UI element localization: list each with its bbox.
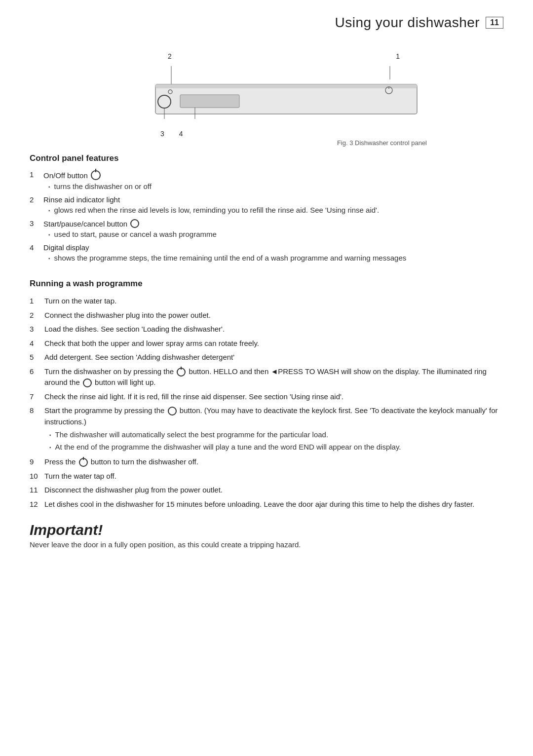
wash-step-11: 11 Disconnect the dishwasher plug from t…	[30, 485, 503, 496]
wash-programme-heading: Running a wash programme	[30, 279, 503, 289]
bullet-text: The dishwasher will automatically select…	[55, 429, 329, 441]
step-num-9: 9	[30, 456, 44, 468]
feature-num-3: 3	[30, 219, 43, 227]
step-text-4: Check that both the upper and lower spra…	[44, 339, 259, 347]
step-content-4: Check that both the upper and lower spra…	[44, 338, 503, 349]
wash-step-9: 9 Press the button to turn the dishwashe…	[30, 456, 503, 468]
step-num-4: 4	[30, 338, 44, 349]
power-icon-1	[91, 170, 101, 180]
feature-label-1: On/Off button	[43, 171, 88, 180]
diagram-label-2: 2	[168, 52, 172, 60]
diagram-wrapper: 2 1	[106, 57, 427, 138]
step-text-9b: button to turn the dishwasher off.	[89, 457, 198, 466]
feature-label-2: Rinse aid indicator light	[43, 195, 120, 204]
wash-step-7: 7 Check the rinse aid light. If it is re…	[30, 391, 503, 403]
wash-step-1: 1 Turn on the water tap.	[30, 296, 503, 307]
step-content-9: Press the button to turn the dishwasher …	[44, 456, 503, 468]
step-content-1: Turn on the water tap.	[44, 296, 503, 307]
bullet-item: turns the dishwasher on or off	[43, 182, 503, 190]
step-content-11: Disconnect the dishwasher plug from the …	[44, 485, 503, 496]
step-text-6c: button will light up.	[93, 378, 156, 386]
feature-item-4: 4 Digital display shows the programme st…	[30, 243, 503, 263]
step-content-3: Load the dishes. See section 'Loading th…	[44, 324, 503, 335]
fig-caption: Fig. 3 Dishwasher control panel	[337, 139, 427, 147]
step-text-8a: Start the programme by pressing the	[44, 406, 167, 415]
wash-programme-section: Running a wash programme 1 Turn on the w…	[30, 279, 503, 510]
feature-label-4: Digital display	[43, 243, 89, 252]
step-num-6: 6	[30, 366, 44, 378]
step-num-1: 1	[30, 296, 44, 307]
step-text-7: Check the rinse aid light. If it is red,…	[44, 392, 343, 401]
step-text-10: Turn the water tap off.	[44, 472, 116, 480]
svg-rect-3	[155, 84, 417, 88]
step-text-11: Disconnect the dishwasher plug from the …	[44, 486, 223, 494]
step-content-8: Start the programme by pressing the butt…	[44, 405, 503, 454]
feature-bullets-1: turns the dishwasher on or off	[43, 182, 503, 190]
bullet-item: At the end of the programme the dishwash…	[44, 442, 503, 453]
feature-content-1: On/Off button turns the dishwasher on or…	[43, 170, 503, 191]
control-panel-diagram	[106, 57, 427, 126]
bullet-text: At the end of the programme the dishwash…	[55, 442, 401, 453]
bullet-item: used to start, pause or cancel a wash pr…	[43, 230, 503, 238]
control-panel-heading: Control panel features	[30, 153, 503, 163]
bullet-item: The dishwasher will automatically select…	[44, 429, 503, 441]
feature-item-1: 1 On/Off button turns the dishwasher on …	[30, 170, 503, 191]
step8-bullets: The dishwasher will automatically select…	[44, 429, 503, 453]
wash-step-3: 3 Load the dishes. See section 'Loading …	[30, 324, 503, 335]
step-content-10: Turn the water tap off.	[44, 471, 503, 482]
wash-step-8: 8 Start the programme by pressing the bu…	[30, 405, 503, 454]
feature-main-1: On/Off button	[43, 170, 503, 180]
bullet-text: turns the dishwasher on or off	[54, 182, 152, 190]
step-text-12: Let dishes cool in the dishwasher for 15…	[44, 500, 474, 508]
step-num-3: 3	[30, 324, 44, 335]
page-number: 11	[486, 17, 503, 29]
diagram-label-4: 4	[179, 130, 183, 138]
step-text-9a: Press the	[44, 457, 78, 466]
step-content-12: Let dishes cool in the dishwasher for 15…	[44, 499, 503, 510]
feature-content-3: Start/pause/cancel button used to start,…	[43, 219, 503, 239]
step-num-2: 2	[30, 310, 44, 321]
step-text-3: Load the dishes. See section 'Loading th…	[44, 325, 225, 333]
wash-step-10: 10 Turn the water tap off.	[30, 471, 503, 482]
feature-num-1: 1	[30, 170, 43, 179]
diagram-labels-bottom: 3 4	[106, 130, 427, 138]
svg-rect-8	[180, 95, 239, 108]
page-title: Using your dishwasher	[335, 15, 480, 31]
step-num-10: 10	[30, 471, 44, 482]
power-icon-step6	[177, 368, 186, 377]
step-num-7: 7	[30, 391, 44, 403]
step-content-5: Add detergent. See section 'Adding dishw…	[44, 352, 503, 363]
wash-steps-list: 1 Turn on the water tap. 2 Connect the d…	[30, 296, 503, 510]
wash-step-5: 5 Add detergent. See section 'Adding dis…	[30, 352, 503, 363]
feature-main-4: Digital display	[43, 243, 503, 252]
diagram-label-3: 3	[160, 130, 164, 138]
page-header: Using your dishwasher 11	[30, 15, 503, 31]
feature-num-4: 4	[30, 243, 43, 252]
step-content-7: Check the rinse aid light. If it is red,…	[44, 391, 503, 403]
step-num-8: 8	[30, 405, 44, 416]
step-text-1: Turn on the water tap.	[44, 297, 116, 305]
feature-item-2: 2 Rinse aid indicator light glows red wh…	[30, 195, 503, 215]
important-text: Never leave the door in a fully open pos…	[30, 540, 503, 549]
control-panel-section: Control panel features 1 On/Off button t…	[30, 153, 503, 263]
diagram-section: 2 1	[30, 42, 503, 138]
control-panel-list: 1 On/Off button turns the dishwasher on …	[30, 170, 503, 263]
step-num-5: 5	[30, 352, 44, 363]
feature-content-4: Digital display shows the programme step…	[43, 243, 503, 263]
feature-label-3: Start/pause/cancel button	[43, 220, 127, 228]
feature-bullets-2: glows red when the rinse aid levels is l…	[43, 206, 503, 214]
important-section: Important! Never leave the door in a ful…	[30, 522, 503, 549]
bullet-text: used to start, pause or cancel a wash pr…	[54, 230, 217, 238]
feature-num-2: 2	[30, 195, 43, 204]
circle-icon-step6	[83, 378, 92, 387]
feature-main-2: Rinse aid indicator light	[43, 195, 503, 204]
wash-step-2: 2 Connect the dishwasher plug into the p…	[30, 310, 503, 321]
feature-main-3: Start/pause/cancel button	[43, 219, 503, 228]
feature-content-2: Rinse aid indicator light glows red when…	[43, 195, 503, 215]
circle-icon-step8	[168, 407, 177, 416]
bullet-item: glows red when the rinse aid levels is l…	[43, 206, 503, 214]
step-text-2: Connect the dishwasher plug into the pow…	[44, 311, 211, 319]
step-num-12: 12	[30, 499, 44, 510]
feature-item-3: 3 Start/pause/cancel button used to star…	[30, 219, 503, 239]
diagram-label-1: 1	[396, 52, 400, 60]
